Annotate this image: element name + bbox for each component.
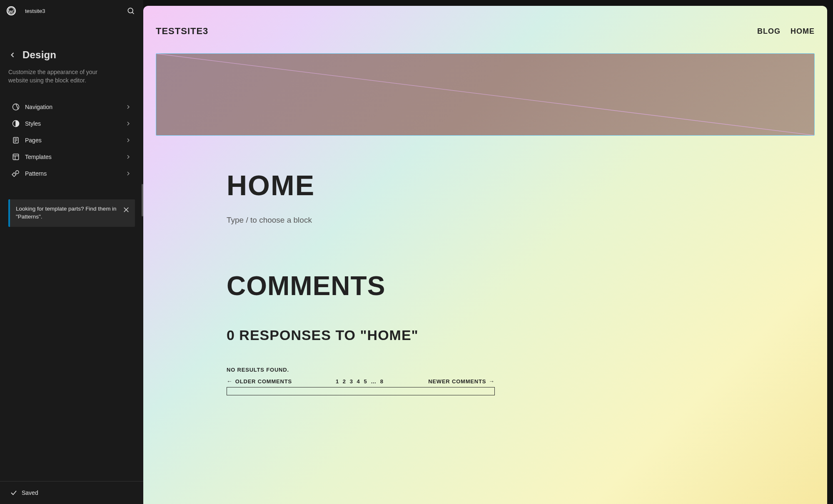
- nav-link-home[interactable]: HOME: [791, 27, 815, 36]
- saved-label: Saved: [22, 489, 38, 496]
- sidebar-item-pages[interactable]: Pages: [8, 132, 135, 149]
- content-column: HOME Type / to choose a block COMMENTS 0…: [227, 169, 631, 395]
- block-inserter-placeholder[interactable]: Type / to choose a block: [227, 216, 631, 225]
- panel-description: Customize the appearance of your website…: [8, 68, 117, 84]
- info-notice-text: Looking for template parts? Find them in…: [16, 205, 122, 221]
- sidebar-item-navigation[interactable]: Navigation: [8, 99, 135, 115]
- back-button[interactable]: [8, 51, 17, 59]
- info-notice: Looking for template parts? Find them in…: [8, 199, 135, 227]
- page-title-heading[interactable]: HOME: [227, 169, 631, 201]
- sidebar-item-label: Styles: [25, 120, 125, 127]
- sidebar-top-bar: testsite3: [0, 0, 143, 22]
- sidebar-item-label: Templates: [25, 154, 125, 160]
- wordpress-logo-icon[interactable]: [7, 6, 16, 15]
- svg-point-14: [16, 171, 19, 174]
- editor-frame[interactable]: TESTSITE3 BLOG HOME HOME Type / to choos…: [143, 6, 827, 504]
- svg-line-2: [132, 12, 134, 14]
- panel-title: Design: [22, 49, 56, 61]
- arrow-right-icon: →: [489, 378, 495, 385]
- sidebar-item-label: Navigation: [25, 104, 125, 110]
- comment-form-box[interactable]: [227, 387, 495, 395]
- sidebar-item-label: Patterns: [25, 170, 125, 177]
- sidebar-footer: Saved: [0, 481, 143, 504]
- newer-comments-label: NEWER COMMENTS: [428, 378, 486, 385]
- chevron-right-icon: [125, 120, 132, 127]
- comments-pagination: ← OLDER COMMENTS 1 2 3 4 5 … 8 NEWER COM…: [227, 378, 495, 385]
- chevron-right-icon: [125, 170, 132, 177]
- svg-rect-10: [13, 154, 18, 160]
- sidebar-main: Design Customize the appearance of your …: [0, 22, 143, 481]
- app-sidebar: testsite3 Design Customize the appearanc…: [0, 0, 143, 504]
- chevron-right-icon: [125, 104, 132, 110]
- sidebar-item-label: Pages: [25, 137, 125, 144]
- comments-pages[interactable]: 1 2 3 4 5 … 8: [292, 378, 428, 385]
- patterns-icon: [12, 169, 20, 178]
- pages-icon: [12, 136, 20, 144]
- site-brand[interactable]: TESTSITE3: [156, 26, 208, 37]
- chevron-right-icon: [125, 137, 132, 144]
- older-comments-label: OLDER COMMENTS: [235, 378, 292, 385]
- site-nav: BLOG HOME: [757, 27, 815, 36]
- site-name-label: testsite3: [25, 8, 125, 14]
- arrow-left-icon: ←: [227, 378, 233, 385]
- sidebar-item-templates[interactable]: Templates: [8, 149, 135, 165]
- search-icon[interactable]: [125, 5, 137, 17]
- templates-icon: [12, 153, 20, 161]
- featured-image-block[interactable]: [156, 53, 815, 136]
- svg-line-17: [156, 54, 814, 135]
- sidebar-item-styles[interactable]: Styles: [8, 115, 135, 132]
- svg-rect-13: [12, 173, 16, 176]
- design-nav-list: Navigation Styles Pages: [8, 99, 135, 182]
- older-comments-link[interactable]: ← OLDER COMMENTS: [227, 378, 292, 385]
- no-results-label: NO RESULTS FOUND.: [227, 367, 631, 373]
- chevron-right-icon: [125, 154, 132, 160]
- svg-point-1: [128, 8, 133, 13]
- close-icon[interactable]: [122, 205, 131, 214]
- navigation-icon: [12, 103, 20, 111]
- check-icon: [10, 489, 17, 497]
- editor-wrapper: TESTSITE3 BLOG HOME HOME Type / to choos…: [143, 0, 833, 504]
- newer-comments-link[interactable]: NEWER COMMENTS →: [428, 378, 495, 385]
- site-header: TESTSITE3 BLOG HOME: [156, 26, 815, 37]
- nav-link-blog[interactable]: BLOG: [757, 27, 781, 36]
- responses-heading[interactable]: 0 RESPONSES TO "HOME": [227, 327, 631, 343]
- comments-heading[interactable]: COMMENTS: [227, 271, 631, 301]
- sidebar-item-patterns[interactable]: Patterns: [8, 165, 135, 182]
- styles-icon: [12, 119, 20, 128]
